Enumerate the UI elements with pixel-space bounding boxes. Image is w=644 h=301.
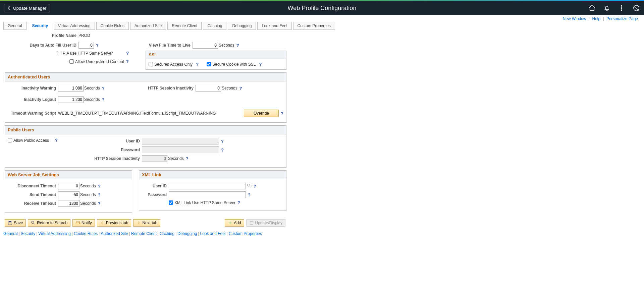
footer-link-general[interactable]: General [3,231,18,236]
xml-userid-label: User ID [142,184,169,188]
prev-tab-button[interactable]: Previous tab [97,219,131,227]
tab-general[interactable]: General [3,22,26,30]
view-file-ttl-input[interactable] [193,42,218,49]
page-title: Web Profile Configuration [288,5,357,12]
lookup-icon[interactable] [247,183,252,189]
svg-point-0 [621,5,622,6]
seconds-label: Seconds [80,201,96,206]
prev-icon [100,221,105,225]
allow-unreg-checkbox[interactable] [69,59,74,64]
notify-button[interactable]: Notify [72,219,95,227]
help-link[interactable]: Help [592,16,600,21]
tab-authorized-site[interactable]: Authorized Site [130,22,166,30]
http-session-inactivity-label: HTTP Session Inactivity [142,86,196,91]
profile-name-label: Profile Name [5,33,78,38]
personalize-link[interactable]: Personalize Page [606,16,638,21]
public-users-group: Public Users Allow Public Access ? User … [5,125,286,168]
help-icon[interactable]: ? [126,51,129,56]
new-window-link[interactable]: New Window [563,16,586,21]
help-icon[interactable]: ? [254,184,256,189]
kebab-icon[interactable] [618,4,625,12]
help-icon[interactable]: ? [186,156,189,161]
help-icon[interactable]: ? [126,59,129,64]
xml-link-group: XML Link User ID ? Password ? [139,170,286,211]
help-icon[interactable]: ? [221,139,224,144]
tab-cookie-rules[interactable]: Cookie Rules [96,22,129,30]
jolt-title: Web Server Jolt Settings [5,171,132,179]
secure-cookie-checkbox[interactable] [207,62,211,66]
footer-link-security[interactable]: Security [21,231,35,236]
help-icon[interactable]: ? [236,43,239,48]
chevron-left-icon [8,6,11,10]
update-display-button: Update/Display [246,219,285,227]
footer-link-look-and-feel[interactable]: Look and Feel [200,231,225,236]
inactivity-warning-input[interactable] [58,85,84,92]
help-icon[interactable]: ? [98,192,101,197]
next-tab-button[interactable]: Next tab [133,219,160,227]
tab-security[interactable]: Security [28,22,52,30]
header-bar: Update Manager Web Profile Configuration [0,1,644,15]
tab-remote-client[interactable]: Remote Client [167,22,202,30]
footer-link-authorized-site[interactable]: Authorized Site [101,231,128,236]
help-icon[interactable]: ? [98,184,101,189]
tab-custom-properties[interactable]: Custom Properties [293,22,335,30]
footer-link-debugging[interactable]: Debugging [177,231,197,236]
seconds-label: Seconds [219,43,234,48]
back-label: Update Manager [13,6,46,11]
allow-public-label: Allow Public Access [13,138,49,143]
xml-same-server-checkbox[interactable] [169,200,173,205]
tab-look-and-feel[interactable]: Look and Feel [257,22,291,30]
help-icon[interactable]: ? [196,62,199,67]
tab-virtual-addressing[interactable]: Virtual Addressing [54,22,95,30]
xml-same-server-label: XML Link Use HTTP Same Server [174,200,235,205]
save-button[interactable]: Save [5,219,26,227]
back-button[interactable]: Update Manager [4,4,50,12]
xml-password-input[interactable] [169,191,246,198]
tab-debugging[interactable]: Debugging [228,22,256,30]
svg-point-1 [621,8,622,9]
plus-icon [228,221,232,225]
disconnect-timeout-input[interactable] [58,183,79,189]
footer-link-virtual-addressing[interactable]: Virtual Addressing [38,231,71,236]
footer-link-custom-properties[interactable]: Custom Properties [229,231,262,236]
footer-link-caching[interactable]: Caching [160,231,174,236]
help-icon[interactable]: ? [259,62,262,67]
days-autofill-label: Days to Auto Fill User ID [5,43,78,48]
compass-icon[interactable] [633,4,640,12]
seconds-label: Seconds [80,192,96,197]
next-icon [136,221,141,225]
help-icon[interactable]: ? [55,138,58,143]
footer-link-cookie-rules[interactable]: Cookie Rules [74,231,98,236]
days-autofill-input[interactable] [78,42,94,49]
inactivity-logout-input[interactable] [58,96,84,103]
receive-timeout-input[interactable] [58,200,79,207]
help-icon[interactable]: ? [281,111,283,116]
help-icon[interactable]: ? [96,43,99,48]
home-icon[interactable] [588,4,596,12]
help-icon[interactable]: ? [98,201,101,206]
add-button[interactable]: Add [225,219,244,227]
help-icon[interactable]: ? [102,86,105,91]
pia-same-server-checkbox[interactable] [57,51,61,55]
send-timeout-input[interactable] [58,191,79,198]
help-icon[interactable]: ? [239,86,242,91]
help-icon[interactable]: ? [221,147,224,153]
footer-link-remote-client[interactable]: Remote Client [131,231,157,236]
help-icon[interactable]: ? [102,97,105,102]
help-icon[interactable]: ? [248,192,251,197]
override-button[interactable]: Override [244,110,279,117]
allow-public-checkbox[interactable] [8,138,12,142]
seconds-label: Seconds [84,97,100,102]
help-icon[interactable]: ? [237,200,240,205]
http-session-inactivity-input[interactable] [196,85,221,92]
inactivity-warning-label: Inactivity Warning [8,86,58,91]
svg-point-2 [621,10,622,11]
secured-only-checkbox[interactable] [149,62,153,66]
xml-userid-input[interactable] [169,183,246,189]
receive-timeout-label: Receive Timeout [8,201,58,206]
tab-caching[interactable]: Caching [203,22,226,30]
bell-icon[interactable] [603,4,610,12]
timeout-script-value: WEBLIB_TIMEOUT.PT_TIMEOUTWARNING.FieldFo… [58,111,244,116]
svg-point-7 [32,221,34,224]
return-search-button[interactable]: Return to Search [28,219,70,227]
